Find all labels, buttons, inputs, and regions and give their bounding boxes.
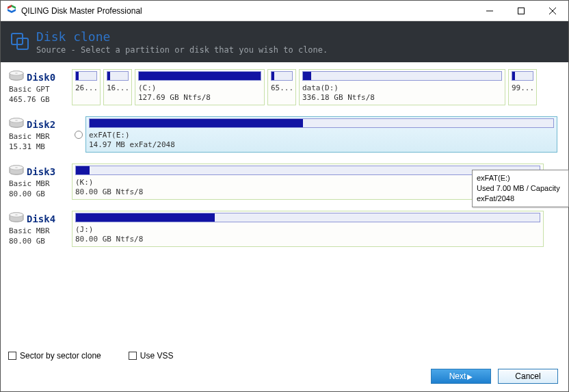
disk-basic: Basic MBR bbox=[9, 226, 72, 235]
use-vss-checkbox[interactable]: Use VSS bbox=[129, 351, 174, 361]
checkbox-icon bbox=[129, 352, 137, 360]
disk-icon bbox=[9, 70, 24, 83]
usage-bar bbox=[89, 118, 554, 128]
disk-size: 465.76 GB bbox=[9, 95, 72, 104]
usage-bar bbox=[138, 71, 261, 81]
disk-clone-icon bbox=[10, 31, 29, 53]
usage-fill bbox=[139, 72, 261, 80]
partition-size: 26... bbox=[75, 83, 97, 93]
disk-icon bbox=[9, 165, 24, 178]
partition-container: 26...16...(C:)127.69 GB Ntfs/865...data(… bbox=[72, 69, 560, 105]
partition-tooltip: exFAT(E:) Used 7.00 MB / Capacity exFat/… bbox=[472, 170, 569, 207]
disk-info: Disk4Basic MBR80.00 GB bbox=[9, 211, 72, 247]
usage-bar bbox=[271, 71, 293, 81]
partition-label: (K:) bbox=[75, 178, 540, 187]
partition[interactable]: 65... bbox=[267, 69, 296, 105]
partition[interactable]: (J:)80.00 GB Ntfs/8 bbox=[72, 211, 544, 247]
tooltip-line: Used 7.00 MB / Capacity bbox=[477, 183, 564, 194]
usage-fill bbox=[512, 72, 515, 80]
options-row: Sector by sector clone Use VSS bbox=[8, 351, 173, 361]
svg-point-11 bbox=[15, 120, 18, 120]
partition[interactable]: (C:)127.69 GB Ntfs/8 bbox=[135, 69, 265, 105]
disk-size: 80.00 GB bbox=[9, 237, 72, 246]
usage-fill bbox=[76, 213, 215, 222]
usage-bar bbox=[512, 71, 533, 81]
disk-row[interactable]: Disk2Basic MBR15.31 MBexFAT(E:)14.97 MB … bbox=[9, 116, 560, 153]
maximize-button[interactable] bbox=[505, 1, 537, 21]
tooltip-line: exFat/2048 bbox=[477, 194, 564, 204]
page-subtitle: Source - Select a partition or disk that… bbox=[36, 45, 328, 55]
svg-rect-1 bbox=[518, 8, 525, 14]
radio-icon bbox=[75, 131, 83, 139]
usage-fill bbox=[303, 72, 311, 80]
button-label: Next bbox=[449, 371, 466, 381]
disk-info: Disk0Basic GPT465.76 GB bbox=[9, 69, 72, 105]
disk-icon bbox=[9, 118, 24, 131]
partition-label: data(D:) bbox=[302, 83, 502, 93]
usage-bar bbox=[302, 71, 502, 81]
usage-bar bbox=[107, 71, 129, 81]
svg-point-17 bbox=[15, 214, 18, 215]
partition-size: 14.97 MB exFat/2048 bbox=[89, 140, 554, 150]
partition-size: 99... bbox=[512, 83, 533, 93]
disk-info: Disk2Basic MBR15.31 MB bbox=[9, 116, 72, 153]
usage-bar bbox=[75, 213, 540, 222]
partition[interactable]: exFAT(E:)14.97 MB exFat/2048 bbox=[85, 116, 557, 153]
sector-by-sector-checkbox[interactable]: Sector by sector clone bbox=[8, 351, 101, 361]
footer-buttons: Next▶ Cancel bbox=[431, 369, 558, 384]
disk-size: 80.00 GB bbox=[9, 190, 72, 198]
button-label: Cancel bbox=[515, 371, 540, 381]
tooltip-line: exFAT(E:) bbox=[477, 173, 564, 183]
usage-bar bbox=[75, 166, 540, 175]
minimize-button[interactable] bbox=[474, 1, 505, 21]
usage-bar bbox=[75, 71, 97, 81]
disk-name: Disk4 bbox=[27, 213, 55, 224]
usage-fill bbox=[76, 166, 90, 174]
usage-fill bbox=[107, 72, 110, 80]
partition-size: 336.18 GB Ntfs/8 bbox=[302, 93, 502, 103]
partition-size: 127.69 GB Ntfs/8 bbox=[138, 93, 261, 103]
disk-row[interactable]: Disk0Basic GPT465.76 GB26...16...(C:)127… bbox=[9, 69, 560, 105]
svg-point-8 bbox=[15, 73, 18, 73]
cancel-button[interactable]: Cancel bbox=[498, 369, 558, 384]
disk-basic: Basic GPT bbox=[9, 85, 72, 94]
disk-info: Disk3Basic MBR80.00 GB bbox=[9, 164, 72, 200]
partition-container: (J:)80.00 GB Ntfs/8 bbox=[72, 211, 560, 247]
checkbox-label: Sector by sector clone bbox=[20, 351, 101, 361]
svg-point-14 bbox=[15, 167, 18, 168]
partition-label: exFAT(E:) bbox=[89, 131, 554, 140]
next-button[interactable]: Next▶ bbox=[431, 369, 491, 384]
disk-size: 15.31 MB bbox=[9, 142, 72, 151]
checkbox-label: Use VSS bbox=[140, 351, 174, 361]
partition-size: 80.00 GB Ntfs/8 bbox=[75, 187, 540, 197]
chevron-right-icon: ▶ bbox=[467, 373, 473, 380]
disk-radio[interactable] bbox=[73, 116, 84, 153]
window-title: QILING Disk Master Professional bbox=[21, 6, 474, 16]
disk-name: Disk0 bbox=[27, 72, 55, 83]
usage-fill bbox=[272, 72, 274, 80]
titlebar: QILING Disk Master Professional bbox=[1, 1, 568, 21]
partition[interactable]: data(D:)336.18 GB Ntfs/8 bbox=[299, 69, 505, 105]
partition-label: (C:) bbox=[138, 83, 261, 93]
partition-label: (J:) bbox=[75, 225, 540, 235]
disk-name: Disk3 bbox=[27, 166, 55, 177]
page-header: Disk clone Source - Select a partition o… bbox=[1, 21, 568, 62]
usage-fill bbox=[76, 72, 79, 80]
partition[interactable]: 16... bbox=[103, 69, 132, 105]
app-logo-icon bbox=[6, 4, 17, 17]
partition[interactable]: 99... bbox=[508, 69, 537, 105]
disk-basic: Basic MBR bbox=[9, 132, 72, 141]
page-title: Disk clone bbox=[36, 29, 328, 44]
checkbox-icon bbox=[8, 352, 16, 360]
close-button[interactable] bbox=[537, 1, 568, 21]
partition-size: 65... bbox=[271, 83, 293, 93]
disk-basic: Basic MBR bbox=[9, 179, 72, 188]
partition-size: 80.00 GB Ntfs/8 bbox=[75, 235, 540, 244]
partition-container: exFAT(E:)14.97 MB exFat/2048 bbox=[85, 116, 560, 153]
disk-name: Disk2 bbox=[27, 119, 55, 130]
usage-fill bbox=[90, 119, 303, 127]
partition-size: 16... bbox=[107, 83, 129, 93]
disk-icon bbox=[9, 212, 24, 225]
disk-row[interactable]: Disk4Basic MBR80.00 GB(J:)80.00 GB Ntfs/… bbox=[9, 211, 560, 247]
partition[interactable]: 26... bbox=[72, 69, 101, 105]
